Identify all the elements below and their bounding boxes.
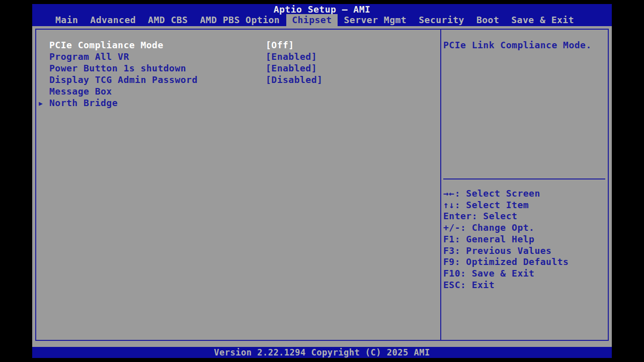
bios-screen: Aptio Setup – AMI Main Advanced AMD CBS …	[0, 0, 644, 362]
setting-value[interactable]: [Disabled]	[266, 74, 323, 85]
version-footer: Version 2.22.1294 Copyright (C) 2025 AMI	[32, 347, 612, 358]
help-separator	[443, 178, 605, 179]
hotkey-f10-save-exit: F10: Save & Exit	[443, 268, 608, 280]
help-pane: PCIe Link Compliance Mode. →←: Select Sc…	[440, 30, 608, 340]
tab-advanced[interactable]: Advanced	[85, 14, 141, 26]
settings-list: PCIe Compliance Mode [Off] Program All V…	[36, 30, 440, 340]
setting-label: Display TCG Admin Password	[49, 74, 198, 85]
setting-value[interactable]: [Enabled]	[266, 62, 317, 74]
tab-amd-pbs-option[interactable]: AMD PBS Option	[194, 14, 285, 26]
setting-row-north-bridge[interactable]: ▶ North Bridge	[36, 97, 440, 109]
setting-value[interactable]: [Enabled]	[266, 51, 317, 62]
setting-label: Power Button 1s shutdown	[49, 62, 186, 74]
tab-save-exit[interactable]: Save & Exit	[506, 14, 580, 26]
setting-label: Message Box	[49, 85, 112, 97]
setup-panel: PCIe Compliance Mode [Off] Program All V…	[35, 29, 609, 341]
setting-row-message-box[interactable]: Message Box	[36, 85, 440, 97]
tab-main[interactable]: Main	[50, 14, 84, 26]
setup-body: PCIe Compliance Mode [Off] Program All V…	[32, 26, 612, 347]
hotkey-change-opt: +/-: Change Opt.	[443, 222, 608, 234]
tab-security[interactable]: Security	[413, 14, 470, 26]
setting-value[interactable]: [Off]	[266, 39, 294, 51]
setting-row-program-all-vr[interactable]: Program All VR [Enabled]	[36, 51, 440, 62]
tab-chipset[interactable]: Chipset	[286, 14, 337, 26]
page-title: Aptio Setup – AMI	[32, 4, 612, 14]
hotkey-legend: →←: Select Screen ↑↓: Select Item Enter:…	[443, 188, 608, 291]
hotkey-select-screen: →←: Select Screen	[443, 188, 608, 200]
setting-label: PCIe Compliance Mode	[49, 39, 164, 51]
setting-label: Program All VR	[49, 51, 129, 62]
title-bar: Aptio Setup – AMI Main Advanced AMD CBS …	[32, 4, 612, 26]
hotkey-select-item: ↑↓: Select Item	[443, 200, 608, 211]
hotkey-enter-select: Enter: Select	[443, 211, 608, 222]
submenu-arrow-icon: ▶	[39, 98, 43, 109]
item-help-text: PCIe Link Compliance Mode.	[441, 30, 608, 51]
hotkey-esc-exit: ESC: Exit	[443, 280, 608, 291]
hotkey-f3-previous-values: F3: Previous Values	[443, 245, 608, 257]
hotkey-f9-optimized-defaults: F9: Optimized Defaults	[443, 256, 608, 268]
setting-row-pcie-compliance-mode[interactable]: PCIe Compliance Mode [Off]	[36, 39, 440, 51]
tab-boot[interactable]: Boot	[471, 14, 505, 26]
tab-amd-cbs[interactable]: AMD CBS	[142, 14, 193, 26]
setting-label: North Bridge	[49, 97, 118, 109]
setting-row-power-button-1s-shutdown[interactable]: Power Button 1s shutdown [Enabled]	[36, 62, 440, 74]
menu-tab-bar: Main Advanced AMD CBS AMD PBS Option Chi…	[32, 14, 580, 26]
tab-server-mgmt[interactable]: Server Mgmt	[339, 14, 413, 26]
setting-row-display-tcg-admin-password[interactable]: Display TCG Admin Password [Disabled]	[36, 74, 440, 85]
hotkey-f1-general-help: F1: General Help	[443, 234, 608, 245]
